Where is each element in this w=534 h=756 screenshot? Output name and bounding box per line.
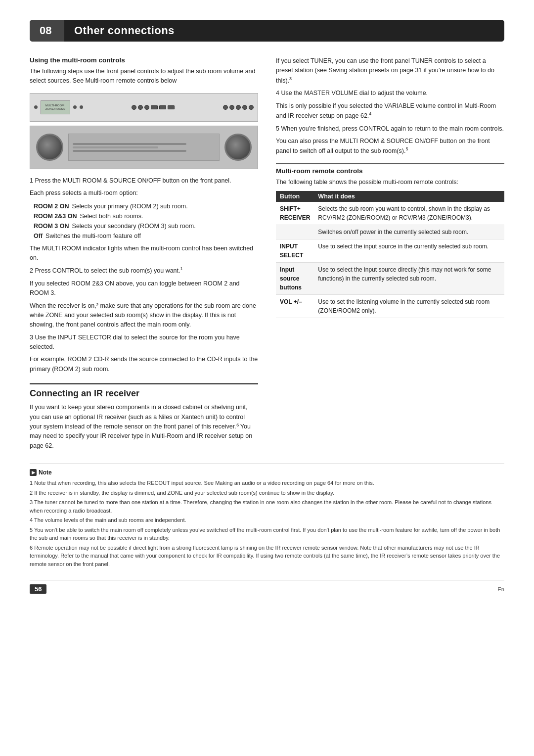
mr-heading: Multi-room remote controls bbox=[276, 163, 504, 175]
chapter-title: Other connections bbox=[64, 24, 175, 37]
panel-btn-rect-3 bbox=[168, 105, 175, 109]
left-column: Using the multi-room controls The follow… bbox=[30, 56, 258, 454]
receiver-line-2 bbox=[73, 146, 158, 148]
table-cell-desc: Selects the sub room you want to control… bbox=[314, 202, 504, 225]
front-panel-image: MULTI-ROOMZONE/ROOM2 bbox=[30, 93, 258, 122]
table-cell-desc: Use to select the input source directly … bbox=[314, 263, 504, 295]
page-footer: 56 En bbox=[30, 580, 504, 594]
table-row: VOL +/–Use to set the listening volume i… bbox=[276, 295, 504, 318]
step5a-text: You can also press the MULTI ROOM & SOUR… bbox=[276, 137, 504, 156]
section1-intro: The following steps use the front panel … bbox=[30, 67, 258, 86]
step1-text: 1 Press the MULTI ROOM & SOURCE ON/OFF b… bbox=[30, 176, 258, 186]
notes-section: ▶ Note 1 Note that when recording, this … bbox=[30, 464, 504, 568]
tuner-sup: 3 bbox=[289, 76, 292, 81]
chapter-header: 08 Other connections bbox=[30, 20, 504, 42]
step3a-text: For example, ROOM 2 CD-R sends the sourc… bbox=[30, 355, 258, 374]
room-item-3: ROOM 3 ON Selects your secondary (ROOM 3… bbox=[34, 221, 258, 231]
receiver-unit-image bbox=[30, 126, 258, 169]
panel-btn-3 bbox=[144, 105, 149, 110]
panel-btn-rect-1 bbox=[151, 105, 158, 109]
receiver-speaker-left bbox=[36, 134, 63, 161]
note-item: 2 If the receiver is in standby, the dis… bbox=[30, 489, 504, 497]
receiver-line-3 bbox=[73, 150, 186, 152]
table-cell-button: INPUT SELECT bbox=[276, 239, 314, 263]
note-item: 5 You won’t be able to switch the main r… bbox=[30, 526, 504, 542]
multi-room-note: The MULTI ROOM indicator lights when the… bbox=[30, 244, 258, 263]
receiver-line-1 bbox=[73, 143, 186, 145]
table-row: Input source buttonsUse to select the in… bbox=[276, 263, 504, 295]
right-column: If you select TUNER, you can use the fro… bbox=[276, 56, 504, 454]
note-item: 4 The volume levels of the main and sub … bbox=[30, 516, 504, 524]
panel-dot-3 bbox=[80, 105, 83, 109]
panel-btn-8 bbox=[249, 105, 254, 110]
receiver-middle-panel bbox=[68, 134, 220, 161]
table-cell-button: VOL +/– bbox=[276, 295, 314, 318]
room-desc-4: Switches the multi-room feature off bbox=[45, 231, 141, 241]
table-row: INPUT SELECTUse to select the input sour… bbox=[276, 239, 504, 263]
step4-text: 4 Use the MASTER VOLUME dial to adjust t… bbox=[276, 89, 504, 98]
room-desc-3: Selects your secondary (ROOM 3) sub room… bbox=[72, 221, 196, 231]
step2-text: 2 Press CONTROL to select the sub room(s… bbox=[30, 266, 258, 276]
panel-btn-1 bbox=[132, 105, 136, 110]
panel-dot-1 bbox=[34, 105, 38, 109]
table-row: Switches on/off power in the currently s… bbox=[276, 225, 504, 239]
section1-heading: Using the multi-room controls bbox=[30, 56, 258, 64]
table-header-row: Button What it does bbox=[276, 191, 504, 202]
receiver-speaker-right bbox=[224, 134, 252, 161]
step3-text: 3 Use the INPUT SELECTOR dial to select … bbox=[30, 333, 258, 352]
mr-table: Button What it does SHIFT+ RECEIVERSelec… bbox=[276, 191, 504, 318]
step2a-text: If you selected ROOM 2&3 ON above, you c… bbox=[30, 279, 258, 298]
panel-display: MULTI-ROOMZONE/ROOM2 bbox=[41, 100, 70, 114]
room-list: ROOM 2 ON Selects your primary (ROOM 2) … bbox=[34, 201, 258, 241]
notes-heading: ▶ Note bbox=[30, 469, 504, 476]
panel-btn-5 bbox=[229, 105, 234, 110]
room-item-1: ROOM 2 ON Selects your primary (ROOM 2) … bbox=[34, 201, 258, 211]
panel-btn-7 bbox=[242, 105, 247, 110]
table-cell-desc: Switches on/off power in the currently s… bbox=[314, 225, 504, 239]
step4-sup: 4 bbox=[369, 111, 371, 116]
notes-list: 1 Note that when recording, this also se… bbox=[30, 479, 504, 568]
room-desc-1: Selects your primary (ROOM 2) sub room. bbox=[72, 201, 188, 211]
ir-heading: Connecting an IR receiver bbox=[30, 383, 258, 399]
panel-btn-2 bbox=[138, 105, 143, 110]
table-header-button: Button bbox=[276, 191, 314, 202]
panel-btn-6 bbox=[236, 105, 241, 110]
note-item: 1 Note that when recording, this also se… bbox=[30, 479, 504, 487]
panel-buttons-2 bbox=[223, 105, 254, 110]
device-images: MULTI-ROOMZONE/ROOM2 bbox=[30, 93, 258, 169]
room-label-1: ROOM 2 ON bbox=[34, 201, 69, 211]
room-label-4: Off bbox=[34, 231, 43, 241]
room-label-3: ROOM 3 ON bbox=[34, 221, 69, 231]
note-item: 3 The tuner cannot be tuned to more than… bbox=[30, 498, 504, 515]
panel-buttons bbox=[132, 105, 175, 110]
table-header-what: What it does bbox=[314, 191, 504, 202]
step1a-text: Each press selects a multi-room option: bbox=[30, 189, 258, 198]
room-desc-2: Select both sub rooms. bbox=[80, 211, 143, 221]
main-content: Using the multi-room controls The follow… bbox=[30, 56, 504, 454]
tuner-note: If you select TUNER, you can use the fro… bbox=[276, 56, 504, 86]
room-item-4: Off Switches the multi-room feature off bbox=[34, 231, 258, 241]
step5-text: 5 When you’re finished, press CONTROL ag… bbox=[276, 124, 504, 134]
room-label-2: ROOM 2&3 ON bbox=[34, 211, 77, 221]
step2b-text: When the receiver is on,² make sure that… bbox=[30, 301, 258, 330]
table-row: SHIFT+ RECEIVERSelects the sub room you … bbox=[276, 202, 504, 225]
panel-btn-4 bbox=[223, 105, 228, 110]
panel-btn-rect-2 bbox=[159, 105, 166, 109]
ir-body: If you want to keep your stereo componen… bbox=[30, 403, 258, 451]
panel-dot-2 bbox=[73, 105, 77, 109]
table-cell-button bbox=[276, 225, 314, 239]
table-cell-desc: Use to select the input source in the cu… bbox=[314, 239, 504, 263]
mr-intro: The following table shows the possible m… bbox=[276, 178, 504, 187]
step2-sup: 1 bbox=[180, 266, 183, 271]
table-cell-desc: Use to set the listening volume in the c… bbox=[314, 295, 504, 318]
table-cell-button: SHIFT+ RECEIVER bbox=[276, 202, 314, 225]
step5-sup: 5 bbox=[405, 146, 408, 151]
note-item: 6 Remote operation may not be possible i… bbox=[30, 544, 504, 568]
page-number: 56 bbox=[30, 584, 46, 594]
step4a-text: This is only possible if you selected th… bbox=[276, 101, 504, 121]
page-lang: En bbox=[498, 586, 504, 592]
note-icon: ▶ bbox=[30, 469, 37, 476]
chapter-number: 08 bbox=[30, 20, 64, 42]
room-item-2: ROOM 2&3 ON Select both sub rooms. bbox=[34, 211, 258, 221]
table-cell-button: Input source buttons bbox=[276, 263, 314, 295]
